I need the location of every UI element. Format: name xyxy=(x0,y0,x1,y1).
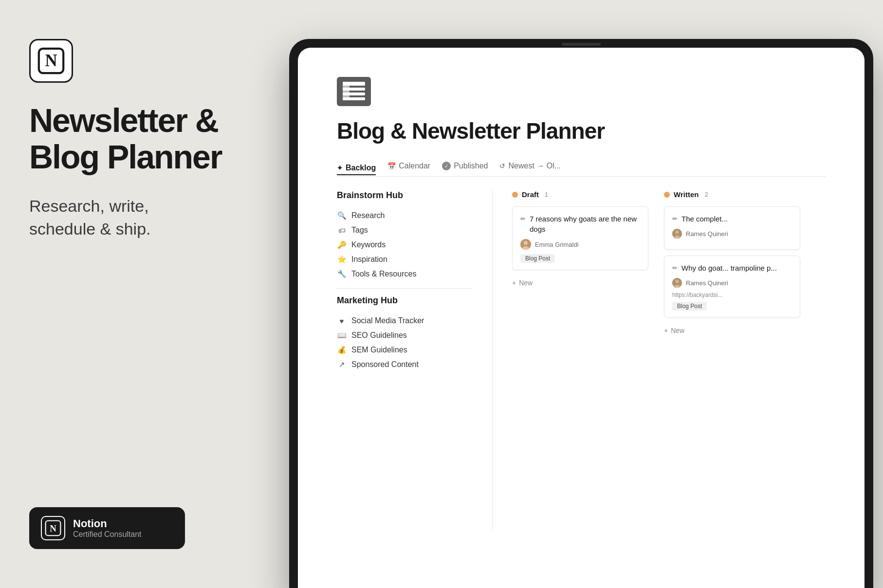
svg-text:N: N xyxy=(45,51,57,70)
plus-icon-2: + xyxy=(664,327,668,334)
tab-backlog[interactable]: ✦ Backlog xyxy=(337,162,376,175)
card-url: https://backyardsi... xyxy=(672,292,792,298)
plus-icon: + xyxy=(512,279,516,287)
svg-rect-8 xyxy=(343,82,350,100)
author-name-2: Rames Quineri xyxy=(686,230,728,238)
newest-icon: ↺ xyxy=(499,162,505,170)
draft-new-button[interactable]: + New xyxy=(512,276,648,290)
tab-calendar[interactable]: 📅 Calendar xyxy=(387,160,430,172)
written-card-1: ✏ The complet... xyxy=(664,206,800,250)
tab-bar: ✦ Backlog 📅 Calendar ✓ Published ↺ Newes… xyxy=(337,160,826,177)
draft-card-1-author: Emma Grimaldi xyxy=(520,239,640,250)
written-column-count: 2 xyxy=(704,191,708,198)
sidebar-item-inspiration-label: Inspiration xyxy=(351,255,387,264)
sidebar-item-tags-label: Tags xyxy=(351,226,368,235)
badge-notion-icon: N xyxy=(41,516,65,540)
draft-column: Draft 1 ✏ 7 reasons why goats are the ne… xyxy=(512,190,648,531)
published-check-icon: ✓ xyxy=(442,162,451,170)
star-icon: ⭐ xyxy=(337,255,347,264)
written-dot xyxy=(664,192,670,198)
sidebar-item-seo-label: SEO Guidelines xyxy=(351,331,407,340)
tab-backlog-label: Backlog xyxy=(346,164,376,172)
author-name: Emma Grimaldi xyxy=(535,241,579,248)
notion-content: Blog & Newsletter Planner ✦ Backlog 📅 Ca… xyxy=(298,48,865,588)
pencil-icon-2: ✏ xyxy=(672,215,678,223)
brainstorm-hub-title: Brainstorm Hub xyxy=(337,190,473,201)
heart-icon: ♥ xyxy=(337,317,347,325)
marketing-hub-title: Marketing Hub xyxy=(337,295,473,306)
right-panel: Blog & Newsletter Planner ✦ Backlog 📅 Ca… xyxy=(260,0,883,588)
tab-published[interactable]: ✓ Published xyxy=(442,160,488,172)
sidebar-item-tools-label: Tools & Resources xyxy=(351,270,416,278)
sidebar-item-sem-label: SEM Guidelines xyxy=(351,346,407,354)
tablet-notch xyxy=(562,43,601,46)
svg-point-16 xyxy=(676,280,679,283)
draft-column-header: Draft 1 xyxy=(512,190,648,199)
written-column: Written 2 ✏ The complet... xyxy=(664,190,800,531)
money-icon: 💰 xyxy=(337,346,347,354)
tablet-mockup: Blog & Newsletter Planner ✦ Backlog 📅 Ca… xyxy=(289,39,873,588)
backlog-icon: ✦ xyxy=(337,164,343,172)
sidebar-item-sem[interactable]: 💰 SEM Guidelines xyxy=(337,343,473,357)
sidebar-item-keywords[interactable]: 🔑 Keywords xyxy=(337,238,473,252)
page-title: Blog & Newsletter Planner xyxy=(337,118,826,144)
book-icon: 📖 xyxy=(337,331,347,340)
draft-card-1: ✏ 7 reasons why goats are the new dogs xyxy=(512,206,648,270)
written-card-1-title: ✏ The complet... xyxy=(672,214,792,224)
certified-consultant-badge: N Notion Certified Consultant xyxy=(29,507,185,549)
draft-dot xyxy=(512,192,518,198)
sidebar-item-social[interactable]: ♥ Social Media Tracker xyxy=(337,313,473,328)
written-card-2: ✏ Why do goat... trampoline p... xyxy=(664,256,800,318)
written-column-title: Written xyxy=(674,190,699,199)
tab-newest[interactable]: ↺ Newest → Ol... xyxy=(499,160,561,172)
sidebar-item-sponsored[interactable]: ↗ Sponsored Content xyxy=(337,357,473,372)
author-avatar xyxy=(520,239,531,250)
left-panel: N Newsletter & Blog Planner Research, wr… xyxy=(0,0,277,588)
tag-icon: 🏷 xyxy=(337,226,347,235)
badge-certified-label: Certified Consultant xyxy=(73,530,142,539)
page-icon xyxy=(337,77,371,106)
tab-published-label: Published xyxy=(454,162,488,170)
author-avatar-small-2 xyxy=(672,278,682,288)
tab-newest-label: Newest → Ol... xyxy=(508,162,561,170)
written-new-button[interactable]: + New xyxy=(664,324,800,337)
tools-icon: 🔧 xyxy=(337,270,347,278)
written-card-2-author: Rames Quineri xyxy=(672,278,792,288)
author-avatar-small-1 xyxy=(672,229,682,239)
author-name-3: Rames Quineri xyxy=(686,279,728,287)
notion-logo-icon: N xyxy=(29,39,73,83)
written-card-1-author: Rames Quineri xyxy=(672,229,792,239)
svg-point-13 xyxy=(676,231,679,234)
arrow-icon: ↗ xyxy=(337,360,347,369)
content-area: Brainstorm Hub 🔍 Research 🏷 Tags 🔑 Keywo… xyxy=(337,190,826,531)
draft-column-title: Draft xyxy=(522,190,539,199)
sidebar-item-social-label: Social Media Tracker xyxy=(351,316,424,325)
sidebar: Brainstorm Hub 🔍 Research 🏷 Tags 🔑 Keywo… xyxy=(337,190,493,531)
pencil-icon-3: ✏ xyxy=(672,264,678,273)
badge-notion-label: Notion xyxy=(73,517,142,530)
sidebar-item-keywords-label: Keywords xyxy=(351,240,386,249)
sidebar-item-sponsored-label: Sponsored Content xyxy=(351,360,419,369)
subtitle: Research, write, schedule & ship. xyxy=(29,195,248,241)
tablet-screen: Blog & Newsletter Planner ✦ Backlog 📅 Ca… xyxy=(298,48,865,588)
sidebar-item-research-label: Research xyxy=(351,211,385,220)
key-icon: 🔑 xyxy=(337,240,347,249)
sidebar-item-inspiration[interactable]: ⭐ Inspiration xyxy=(337,252,473,267)
written-card-2-tag: Blog Post xyxy=(672,302,707,311)
sidebar-item-tags[interactable]: 🏷 Tags xyxy=(337,223,473,238)
sidebar-item-research[interactable]: 🔍 Research xyxy=(337,208,473,223)
draft-card-1-title: ✏ 7 reasons why goats are the new dogs xyxy=(520,214,640,234)
search-icon: 🔍 xyxy=(337,211,347,220)
sidebar-item-seo[interactable]: 📖 SEO Guidelines xyxy=(337,328,473,343)
written-card-2-title: ✏ Why do goat... trampoline p... xyxy=(672,263,792,273)
calendar-icon: 📅 xyxy=(387,162,396,170)
svg-text:N: N xyxy=(50,523,56,533)
draft-card-1-tag: Blog Post xyxy=(520,254,555,263)
sidebar-divider xyxy=(337,288,473,289)
sidebar-item-tools[interactable]: 🔧 Tools & Resources xyxy=(337,267,473,281)
svg-point-10 xyxy=(524,241,528,245)
tab-calendar-label: Calendar xyxy=(399,162,430,170)
main-title: Newsletter & Blog Planner xyxy=(29,102,248,175)
written-column-header: Written 2 xyxy=(664,190,800,199)
draft-column-count: 1 xyxy=(545,191,548,198)
